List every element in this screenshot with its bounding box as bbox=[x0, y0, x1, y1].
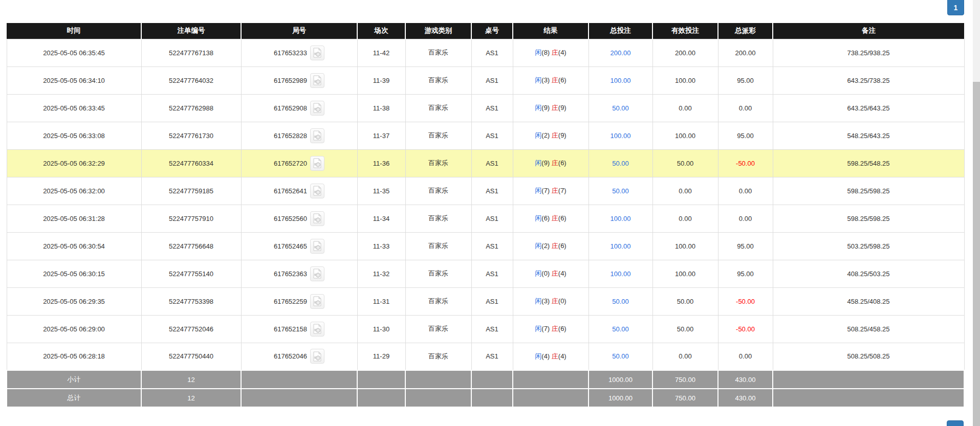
video-file-icon bbox=[313, 75, 322, 85]
cell-valid-bet: 100.00 bbox=[652, 66, 718, 94]
footer-valid-bet: 750.00 bbox=[652, 370, 718, 389]
total-bet-link[interactable]: 50.00 bbox=[612, 104, 629, 112]
column-header-table-no: 桌号 bbox=[471, 23, 513, 39]
cell-time: 2025-05-05 06:31:28 bbox=[7, 205, 141, 232]
cell-round-id: 617652046 bbox=[241, 343, 357, 370]
total-bet-link[interactable]: 200.00 bbox=[611, 49, 631, 57]
cell-payout: 95.00 bbox=[718, 232, 773, 260]
cell-table-no: AS1 bbox=[471, 177, 513, 205]
column-header-payout: 总派彩 bbox=[718, 23, 773, 39]
total-bet-link[interactable]: 100.00 bbox=[611, 215, 631, 222]
video-replay-button[interactable] bbox=[310, 349, 324, 364]
video-replay-button[interactable] bbox=[310, 184, 324, 198]
total-bet-link[interactable]: 100.00 bbox=[611, 242, 631, 250]
result-player-label: 闲 bbox=[535, 187, 541, 194]
cell-table-no: AS1 bbox=[471, 149, 513, 177]
cell-valid-bet: 100.00 bbox=[652, 122, 718, 149]
cell-result: 闲(9) 庄(6) bbox=[513, 149, 589, 177]
result-banker-label: 庄 bbox=[552, 352, 558, 360]
cell-total-bet: 50.00 bbox=[589, 287, 652, 315]
result-banker-label: 庄 bbox=[552, 214, 558, 222]
result-banker-score: (6) bbox=[558, 159, 567, 167]
cell-session: 11-35 bbox=[357, 177, 405, 205]
table-row: 2025-05-05 06:31:28 522477757910 6176525… bbox=[7, 205, 964, 232]
cell-session: 11-30 bbox=[357, 315, 405, 343]
cell-round-id: 617653233 bbox=[241, 39, 357, 66]
video-file-icon bbox=[313, 158, 322, 168]
cell-result: 闲(0) 庄(4) bbox=[513, 260, 589, 287]
round-id-text: 617652908 bbox=[274, 104, 307, 112]
cell-round-id: 617652465 bbox=[241, 232, 357, 260]
cell-round-id: 617652908 bbox=[241, 94, 357, 122]
cell-remark: 598.25/598.25 bbox=[773, 177, 964, 205]
video-replay-button[interactable] bbox=[310, 322, 324, 337]
result-banker-score: (6) bbox=[558, 214, 567, 222]
total-bet-link[interactable]: 50.00 bbox=[612, 352, 629, 360]
result-player-score: (9) bbox=[541, 104, 550, 111]
total-bet-link[interactable]: 50.00 bbox=[612, 187, 629, 195]
cell-payout: 95.00 bbox=[718, 66, 773, 94]
footer-total-bet: 1000.00 bbox=[589, 389, 652, 407]
total-bet-link[interactable]: 100.00 bbox=[611, 270, 631, 278]
table-row: 2025-05-05 06:29:00 522477752046 6176521… bbox=[7, 315, 964, 343]
scrollbar-thumb[interactable] bbox=[973, 82, 980, 426]
cell-remark: 503.25/598.25 bbox=[773, 232, 964, 260]
cell-payout: -50.00 bbox=[718, 149, 773, 177]
round-id-text: 617652720 bbox=[274, 160, 307, 167]
footer-valid-bet: 750.00 bbox=[652, 389, 718, 407]
video-replay-button[interactable] bbox=[310, 101, 324, 116]
result-player-score: (4) bbox=[541, 352, 550, 360]
cell-bet-id: 522477761730 bbox=[141, 122, 241, 149]
table-row: 2025-05-05 06:30:15 522477755140 6176523… bbox=[7, 260, 964, 287]
cell-total-bet: 50.00 bbox=[589, 94, 652, 122]
cell-payout: 0.00 bbox=[718, 205, 773, 232]
round-id-text: 617652560 bbox=[274, 215, 307, 222]
cell-game-type: 百家乐 bbox=[405, 122, 471, 149]
scrollbar-track[interactable] bbox=[973, 0, 980, 426]
result-player-score: (0) bbox=[541, 270, 550, 277]
total-bet-link[interactable]: 100.00 bbox=[611, 132, 631, 140]
cell-total-bet: 50.00 bbox=[589, 177, 652, 205]
cell-valid-bet: 50.00 bbox=[652, 315, 718, 343]
pagination-page-1-button[interactable]: 1 bbox=[947, 0, 964, 15]
result-player-label: 闲 bbox=[535, 214, 541, 222]
round-id-text: 617652465 bbox=[274, 242, 307, 250]
round-id-text: 617652828 bbox=[274, 132, 307, 140]
result-player-score: (7) bbox=[541, 325, 550, 332]
video-replay-button[interactable] bbox=[310, 73, 324, 88]
cell-remark: 643.25/643.25 bbox=[773, 94, 964, 122]
footer-payout: 430.00 bbox=[718, 389, 773, 407]
cell-time: 2025-05-05 06:33:45 bbox=[7, 94, 141, 122]
cell-total-bet: 50.00 bbox=[589, 343, 652, 370]
cell-valid-bet: 100.00 bbox=[652, 232, 718, 260]
cell-total-bet: 100.00 bbox=[589, 122, 652, 149]
total-bet-link[interactable]: 50.00 bbox=[612, 160, 629, 167]
result-player-label: 闲 bbox=[535, 49, 541, 56]
total-bet-link[interactable]: 50.00 bbox=[612, 325, 629, 333]
total-bet-link[interactable]: 50.00 bbox=[612, 298, 629, 305]
result-banker-label: 庄 bbox=[552, 187, 558, 194]
cell-game-type: 百家乐 bbox=[405, 287, 471, 315]
result-banker-score: (4) bbox=[558, 270, 567, 277]
cell-payout: 0.00 bbox=[718, 343, 773, 370]
bet-records-table: 时间注单编号局号场次游戏类别桌号结果总投注有效投注总派彩备注 2025-05-0… bbox=[6, 23, 965, 408]
video-replay-button[interactable] bbox=[310, 266, 324, 281]
pagination-bottom-button[interactable] bbox=[947, 420, 964, 426]
cell-valid-bet: 200.00 bbox=[652, 39, 718, 66]
video-replay-button[interactable] bbox=[310, 211, 324, 226]
round-id-text: 617652641 bbox=[274, 187, 307, 195]
video-file-icon bbox=[313, 130, 322, 141]
cell-table-no: AS1 bbox=[471, 94, 513, 122]
cell-valid-bet: 50.00 bbox=[652, 149, 718, 177]
total-bet-link[interactable]: 100.00 bbox=[611, 77, 631, 84]
column-header-game-type: 游戏类别 bbox=[405, 23, 471, 39]
video-replay-button[interactable] bbox=[310, 294, 324, 309]
video-replay-button[interactable] bbox=[310, 46, 324, 60]
cell-bet-id: 522477757910 bbox=[141, 205, 241, 232]
video-replay-button[interactable] bbox=[310, 128, 324, 143]
cell-game-type: 百家乐 bbox=[405, 205, 471, 232]
video-replay-button[interactable] bbox=[310, 156, 324, 171]
video-replay-button[interactable] bbox=[310, 239, 324, 254]
cell-bet-id: 522477764032 bbox=[141, 66, 241, 94]
table-row: 2025-05-05 06:34:10 522477764032 6176529… bbox=[7, 66, 964, 94]
